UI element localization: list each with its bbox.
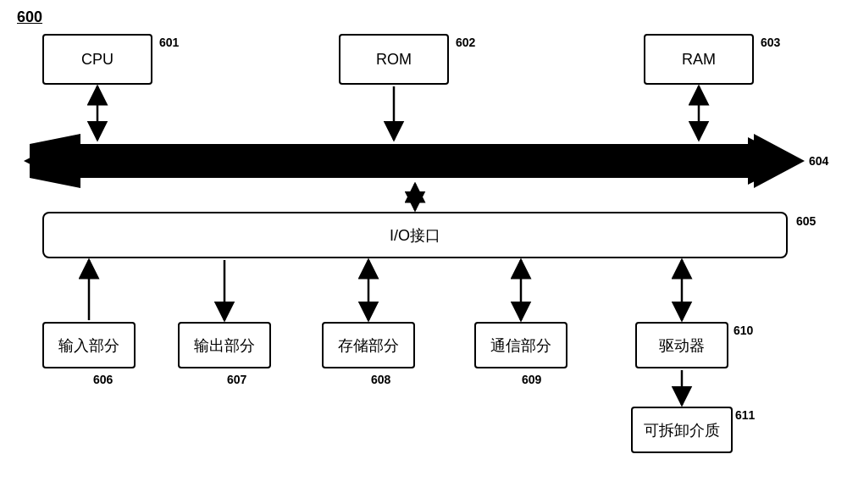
comm-box: 通信部分 xyxy=(474,322,567,368)
output-ref: 607 xyxy=(227,373,246,386)
svg-marker-13 xyxy=(24,137,794,185)
rom-label: ROM xyxy=(376,51,412,69)
input-ref: 606 xyxy=(93,373,113,386)
bus-arrow-svg xyxy=(24,137,794,185)
storage-ref: 608 xyxy=(371,373,390,386)
ram-ref: 603 xyxy=(761,36,780,49)
removable-box: 可拆卸介质 xyxy=(631,407,733,453)
rom-box: ROM xyxy=(339,34,449,85)
ram-label: RAM xyxy=(682,51,716,69)
svg-marker-1 xyxy=(30,134,754,188)
cpu-ref: 601 xyxy=(159,36,179,49)
comm-label: 通信部分 xyxy=(490,335,551,356)
driver-ref: 610 xyxy=(734,324,753,337)
io-label: I/O接口 xyxy=(390,225,440,246)
storage-box: 存储部分 xyxy=(322,322,415,368)
rom-ref: 602 xyxy=(456,36,475,49)
output-box: 输出部分 xyxy=(178,322,271,368)
driver-box: 驱动器 xyxy=(635,322,728,368)
input-box: 输入部分 xyxy=(42,322,136,368)
io-box: I/O接口 xyxy=(42,212,788,258)
removable-label: 可拆卸介质 xyxy=(644,420,720,440)
io-ref: 605 xyxy=(796,214,816,228)
diagram: 600 CPU ROM RAM 601 602 603 I/O接口 605 输入… xyxy=(17,8,830,496)
svg-text:604: 604 xyxy=(809,154,829,168)
fig-label: 600 xyxy=(17,8,42,26)
output-label: 输出部分 xyxy=(194,335,255,356)
removable-ref: 611 xyxy=(735,408,755,422)
input-label: 输入部分 xyxy=(58,335,119,356)
cpu-label: CPU xyxy=(81,51,113,69)
storage-label: 存储部分 xyxy=(338,335,399,356)
ram-box: RAM xyxy=(644,34,754,85)
driver-label: 驱动器 xyxy=(659,335,705,356)
comm-ref: 609 xyxy=(522,373,541,386)
svg-marker-0 xyxy=(30,134,805,188)
cpu-box: CPU xyxy=(42,34,152,85)
